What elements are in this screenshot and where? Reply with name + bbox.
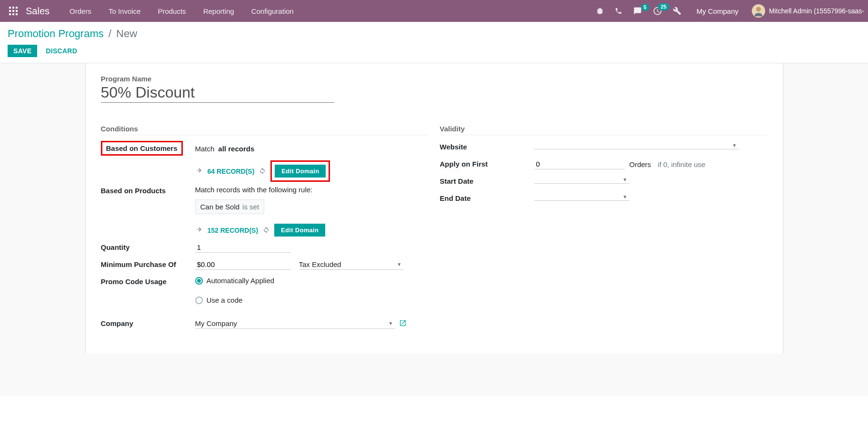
svg-point-10 xyxy=(756,7,761,12)
promo-code-radio[interactable]: Use a code xyxy=(195,296,243,304)
activities-icon[interactable]: 25 xyxy=(651,6,664,16)
apply-first-unit: Orders xyxy=(629,160,651,168)
svg-rect-2 xyxy=(16,7,18,9)
caret-down-icon: ▼ xyxy=(623,194,628,199)
program-name-label: Program Name xyxy=(101,75,768,83)
company-select[interactable]: My Company ▼ xyxy=(195,318,395,329)
apply-first-hint: if 0, infinite use xyxy=(658,160,705,168)
validity-title: Validity xyxy=(440,125,768,135)
apps-icon[interactable] xyxy=(8,5,19,17)
svg-rect-8 xyxy=(16,13,18,15)
arrow-icon xyxy=(195,226,203,234)
quantity-label: Quantity xyxy=(101,241,195,251)
svg-rect-0 xyxy=(9,7,11,9)
caret-down-icon: ▼ xyxy=(389,321,393,326)
rule-value: is set xyxy=(242,203,259,211)
caret-down-icon: ▼ xyxy=(623,177,628,182)
rule-field: Can be Sold xyxy=(200,203,240,211)
website-select[interactable]: ▼ xyxy=(534,142,739,149)
promo-code-label: Promo Code Usage xyxy=(101,276,195,286)
svg-rect-5 xyxy=(16,10,18,12)
program-name-input[interactable] xyxy=(101,84,334,103)
breadcrumb-sep: / xyxy=(106,28,114,40)
arrow-icon xyxy=(195,167,203,175)
main-menu: Orders To Invoice Products Reporting Con… xyxy=(61,0,302,22)
promo-auto-radio[interactable]: Automatically Applied xyxy=(195,277,275,285)
website-label: Website xyxy=(440,141,534,151)
breadcrumb-root[interactable]: Promotion Programs xyxy=(8,28,104,40)
group-validity: Validity Website ▼ Apply on First Orde xyxy=(440,125,768,335)
group-conditions: Conditions Based on Customers Match all … xyxy=(101,125,429,335)
discard-button[interactable]: Discard xyxy=(40,45,83,57)
radio-unchecked-icon xyxy=(195,297,203,304)
start-date-label: Start Date xyxy=(440,175,534,185)
systray: 5 25 My Company Mitchell Admin (15557996… xyxy=(594,4,864,18)
phone-icon[interactable] xyxy=(613,7,624,15)
menu-products[interactable]: Products xyxy=(149,0,194,22)
breadcrumb: Promotion Programs / New xyxy=(8,28,860,40)
control-panel: Promotion Programs / New Save Discard xyxy=(0,22,868,63)
promo-code-option-label: Use a code xyxy=(207,296,243,304)
min-purchase-input[interactable] xyxy=(195,259,290,270)
conditions-title: Conditions xyxy=(101,125,429,135)
end-date-label: End Date xyxy=(440,192,534,202)
app-brand[interactable]: Sales xyxy=(26,6,50,17)
promo-auto-label: Automatically Applied xyxy=(207,277,275,285)
start-date-input[interactable]: ▼ xyxy=(534,176,629,184)
svg-rect-3 xyxy=(9,10,11,12)
conversations-badge: 5 xyxy=(641,4,649,11)
apply-first-label: Apply on First xyxy=(440,158,534,168)
min-purchase-label: Minimum Purchase Of xyxy=(101,258,195,268)
edit-domain-highlight: Edit Domain xyxy=(270,160,330,182)
refresh-icon[interactable] xyxy=(263,226,269,234)
tax-select-value: Tax Excluded xyxy=(299,260,341,268)
conversations-icon[interactable]: 5 xyxy=(631,7,644,15)
svg-rect-4 xyxy=(12,10,14,12)
breadcrumb-current: New xyxy=(116,28,137,40)
tools-icon[interactable] xyxy=(671,7,683,15)
form-sheet: Program Name Conditions Based on Custome… xyxy=(85,63,783,354)
external-link-icon[interactable] xyxy=(399,319,407,328)
menu-configuration[interactable]: Configuration xyxy=(243,0,302,22)
user-name: Mitchell Admin (15557996-saas- xyxy=(769,7,864,15)
avatar xyxy=(752,4,765,18)
company-switcher[interactable]: My Company xyxy=(697,7,738,15)
control-buttons: Save Discard xyxy=(8,45,860,57)
caret-down-icon: ▼ xyxy=(397,262,402,267)
top-navbar: Sales Orders To Invoice Products Reporti… xyxy=(0,0,868,22)
user-menu[interactable]: Mitchell Admin (15557996-saas- xyxy=(752,4,864,18)
svg-rect-6 xyxy=(9,13,11,15)
customers-records-link[interactable]: 64 RECORD(S) xyxy=(208,168,255,175)
rule-tag: Can be Sold is set xyxy=(195,199,265,214)
activities-badge: 25 xyxy=(658,3,668,10)
based-products-label: Based on Products xyxy=(101,185,195,195)
end-date-input[interactable]: ▼ xyxy=(534,193,629,201)
menu-reporting[interactable]: Reporting xyxy=(195,0,243,22)
customers-match-text: Match all records xyxy=(195,145,429,153)
radio-checked-icon xyxy=(195,277,203,285)
tax-select[interactable]: Tax Excluded ▼ xyxy=(299,259,404,270)
edit-domain-customers-button[interactable]: Edit Domain xyxy=(275,165,326,178)
svg-rect-1 xyxy=(12,7,14,9)
products-records-link[interactable]: 152 RECORD(S) xyxy=(208,227,259,234)
quantity-input[interactable] xyxy=(195,242,290,253)
based-customers-label: Based on Customers xyxy=(106,144,178,152)
based-customers-highlight: Based on Customers xyxy=(101,141,183,156)
menu-to-invoice[interactable]: To Invoice xyxy=(100,0,150,22)
refresh-icon[interactable] xyxy=(259,167,266,175)
edit-domain-products-button[interactable]: Edit Domain xyxy=(274,224,325,237)
company-label: Company xyxy=(101,317,195,327)
save-button[interactable]: Save xyxy=(8,45,37,57)
debug-icon[interactable] xyxy=(594,7,606,15)
apply-first-input[interactable] xyxy=(534,159,625,169)
menu-orders[interactable]: Orders xyxy=(61,0,100,22)
form-background: Program Name Conditions Based on Custome… xyxy=(0,63,868,396)
products-match-text: Match records with the following rule: xyxy=(195,186,429,194)
company-select-value: My Company xyxy=(195,319,237,327)
svg-rect-7 xyxy=(12,13,14,15)
caret-down-icon: ▼ xyxy=(732,143,737,148)
